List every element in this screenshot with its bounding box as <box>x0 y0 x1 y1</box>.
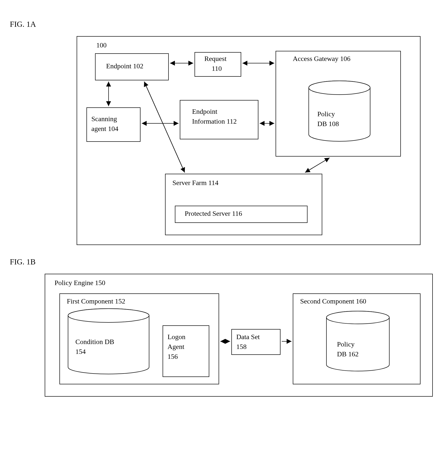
endpoint-label: Endpoint 102 <box>106 62 143 70</box>
policy-db2-l2: DB 162 <box>337 350 359 358</box>
second-component-label: Second Component 160 <box>300 297 366 305</box>
policy-db2-l1: Policy <box>337 340 355 348</box>
endpoint-info-l2: Information 112 <box>192 117 237 126</box>
condition-db-l2: 154 <box>75 347 86 356</box>
request-l2: 110 <box>212 64 222 73</box>
condition-db-l1: Condition DB <box>75 338 114 346</box>
access-gateway-label: Access Gateway 106 <box>293 55 350 63</box>
policy-db-l1: Policy <box>317 110 335 118</box>
policy-db-l2: DB 108 <box>317 120 339 128</box>
data-set-l2: 158 <box>236 343 247 351</box>
scanning-agent-l1: Scanning <box>91 115 117 123</box>
server-farm-label: Server Farm 114 <box>172 179 218 187</box>
fig1b-container: Policy Engine 150 First Component 152 Co… <box>15 271 433 399</box>
logon-agent-l3: 156 <box>168 352 178 361</box>
first-component-label: First Component 152 <box>67 297 125 305</box>
scanning-agent-l2: agent 104 <box>91 125 118 133</box>
protected-server-label: Protected Server 116 <box>185 209 242 218</box>
access-gateway-box <box>276 51 401 157</box>
fig1a-container: 100 Endpoint 102 Scanning agent 104 Requ… <box>28 34 420 247</box>
policy-engine-label: Policy Engine 150 <box>55 279 105 287</box>
figure-1a-label: FIG. 1A <box>10 20 438 29</box>
logon-agent-l1: Logon <box>168 333 185 341</box>
figure-1b-label: FIG. 1B <box>10 257 438 266</box>
endpoint-info-l1: Endpoint <box>192 107 217 116</box>
second-component-box <box>293 293 420 384</box>
request-l1: Request <box>204 55 226 63</box>
data-set-l1: Data Set <box>236 333 260 341</box>
logon-agent-l2: Agent <box>168 343 184 351</box>
system-100-label: 100 <box>96 41 107 49</box>
